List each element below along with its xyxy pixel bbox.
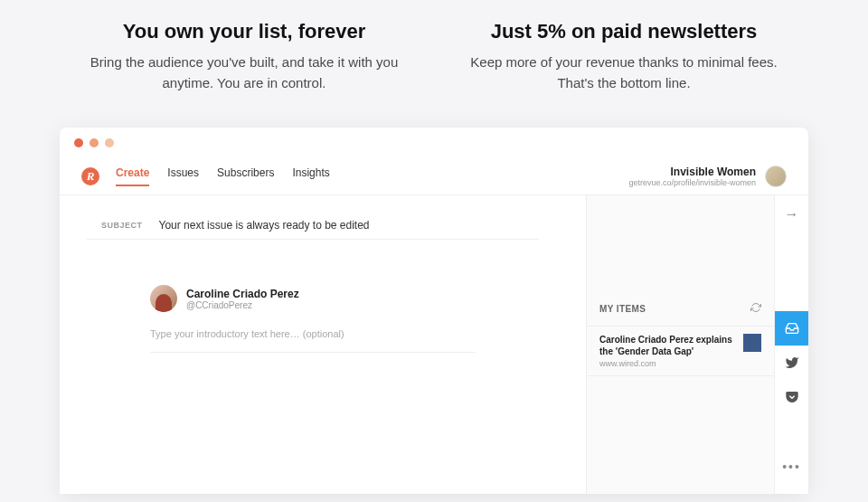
feature-left: You own your list, forever Bring the aud… [81,20,407,93]
editor-area: SUBJECT Your next issue is always ready … [60,195,586,494]
window-dot-zoom [105,138,114,147]
author-text: Caroline Criado Perez @CCriadoPerez [186,288,299,310]
editor-card: SUBJECT Your next issue is always ready … [87,212,539,353]
author-avatar [150,285,177,312]
rail-collapse-icon[interactable]: → [785,195,799,233]
intro-divider [150,352,476,353]
profile-text: Invisible Women getrevue.co/profile/invi… [628,166,756,187]
nav-create[interactable]: Create [116,166,149,186]
icon-rail: → ••• [774,195,808,494]
pocket-icon[interactable] [775,380,809,414]
sidebar-item-info: Caroline Criado Perez explains the 'Gend… [599,334,736,368]
browser-window: R Create Issues Subscribers Insights Inv… [60,128,808,494]
sidebar-panel: MY ITEMS Caroline Criado Perez explains … [586,195,774,494]
feature-row: You own your list, forever Bring the aud… [0,0,868,128]
refresh-icon[interactable] [750,300,761,317]
avatar [765,166,787,187]
author-handle: @CCriadoPerez [186,300,299,310]
sidebar-item-title: Caroline Criado Perez explains the 'Gend… [599,334,736,357]
window-dot-minimize [90,138,99,147]
app-header: R Create Issues Subscribers Insights Inv… [60,158,808,195]
feature-right-body: Keep more of your revenue thanks to mini… [461,52,787,93]
sidebar-item-thumb [743,334,761,352]
app-logo[interactable]: R [81,167,99,185]
window-dot-close [74,138,83,147]
nav: Create Issues Subscribers Insights [116,166,330,186]
rail-more-icon[interactable]: ••• [782,459,801,474]
sidebar-head: MY ITEMS [587,291,774,326]
subject-label: SUBJECT [101,221,143,230]
feature-right-heading: Just 5% on paid newsletters [461,20,787,43]
app-body: SUBJECT Your next issue is always ready … [60,195,808,494]
sidebar-item-source: www.wired.com [599,359,736,368]
inbox-icon[interactable] [775,311,809,346]
subject-value: Your next issue is always ready to be ed… [159,219,370,232]
window-chrome [60,128,808,158]
subject-row[interactable]: SUBJECT Your next issue is always ready … [87,212,539,240]
sidebar-item[interactable]: Caroline Criado Perez explains the 'Gend… [587,326,774,376]
nav-insights[interactable]: Insights [292,166,329,186]
profile-name: Invisible Women [628,166,756,178]
feature-right: Just 5% on paid newsletters Keep more of… [461,20,787,93]
sidebar-title: MY ITEMS [599,304,646,314]
author-name: Caroline Criado Perez [186,288,299,300]
twitter-icon[interactable] [775,346,809,380]
nav-issues[interactable]: Issues [167,166,199,186]
feature-left-heading: You own your list, forever [81,20,407,43]
author-block: Caroline Criado Perez @CCriadoPerez [87,240,539,323]
intro-placeholder: Type your introductory text here… (optio… [150,328,344,339]
nav-subscribers[interactable]: Subscribers [217,166,274,186]
feature-left-body: Bring the audience you've built, and tak… [81,52,407,93]
profile-area[interactable]: Invisible Women getrevue.co/profile/invi… [628,166,787,187]
intro-text-field[interactable]: Type your introductory text here… (optio… [87,323,539,353]
profile-url: getrevue.co/profile/invisible-women [628,178,756,187]
